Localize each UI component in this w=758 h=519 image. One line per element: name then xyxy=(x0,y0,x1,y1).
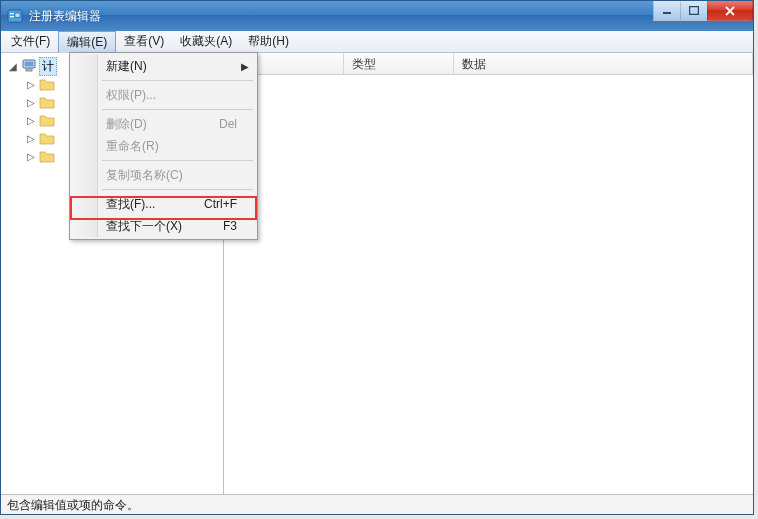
close-button[interactable] xyxy=(707,1,753,21)
menu-shortcut: F3 xyxy=(223,219,237,233)
menu-separator xyxy=(102,109,253,110)
menu-shortcut: Ctrl+F xyxy=(204,197,237,211)
collapse-icon[interactable]: ◢ xyxy=(7,61,19,72)
column-header-data[interactable]: 数据 xyxy=(454,53,753,74)
menu-item-rename[interactable]: 重命名(R) xyxy=(72,135,255,157)
menu-item-label: 权限(P)... xyxy=(106,87,156,104)
folder-icon xyxy=(39,148,55,164)
menu-item-new[interactable]: 新建(N) ▶ xyxy=(72,55,255,77)
expand-icon[interactable]: ▷ xyxy=(25,115,37,126)
window-title: 注册表编辑器 xyxy=(29,8,101,25)
svg-rect-5 xyxy=(690,7,699,15)
menu-favorites[interactable]: 收藏夹(A) xyxy=(172,31,240,52)
menu-item-label: 重命名(R) xyxy=(106,138,159,155)
menu-item-find[interactable]: 查找(F)... Ctrl+F xyxy=(72,193,255,215)
svg-rect-4 xyxy=(663,12,671,14)
svg-rect-8 xyxy=(26,69,32,71)
expand-icon[interactable]: ▷ xyxy=(25,151,37,162)
menu-item-label: 查找下一个(X) xyxy=(106,218,182,235)
regedit-icon xyxy=(7,8,23,24)
svg-rect-2 xyxy=(10,16,14,17)
menu-label: 收藏夹(A) xyxy=(180,33,232,50)
folder-icon xyxy=(39,76,55,92)
menu-item-copy-key-name[interactable]: 复制项名称(C) xyxy=(72,164,255,186)
expand-icon[interactable]: ▷ xyxy=(25,79,37,90)
statusbar: 包含编辑值或项的命令。 xyxy=(1,494,753,514)
folder-icon xyxy=(39,112,55,128)
list-pane[interactable]: 名称 类型 数据 xyxy=(224,53,753,494)
menu-edit[interactable]: 编辑(E) xyxy=(58,31,116,53)
submenu-arrow-icon: ▶ xyxy=(241,61,249,72)
menu-item-label: 删除(D) xyxy=(106,116,147,133)
menu-help[interactable]: 帮助(H) xyxy=(240,31,297,52)
folder-icon xyxy=(39,130,55,146)
menu-label: 编辑(E) xyxy=(67,34,107,51)
column-header-type[interactable]: 类型 xyxy=(344,53,454,74)
folder-icon xyxy=(39,94,55,110)
svg-rect-3 xyxy=(15,13,20,17)
minimize-button[interactable] xyxy=(653,1,681,21)
maximize-button[interactable] xyxy=(680,1,708,21)
status-text: 包含编辑值或项的命令。 xyxy=(7,498,139,512)
menu-view[interactable]: 查看(V) xyxy=(116,31,172,52)
menubar: 文件(F) 编辑(E) 查看(V) 收藏夹(A) 帮助(H) xyxy=(1,31,753,53)
computer-icon xyxy=(21,58,37,74)
menu-item-label: 新建(N) xyxy=(106,58,147,75)
menu-item-label: 复制项名称(C) xyxy=(106,167,183,184)
menu-item-label: 查找(F)... xyxy=(106,196,155,213)
svg-rect-1 xyxy=(10,13,14,14)
menu-label: 查看(V) xyxy=(124,33,164,50)
svg-rect-7 xyxy=(25,62,34,67)
list-body[interactable] xyxy=(224,75,753,494)
tree-root-label: 计 xyxy=(42,59,54,73)
menu-file[interactable]: 文件(F) xyxy=(3,31,58,52)
edit-menu-dropdown: 新建(N) ▶ 权限(P)... 删除(D) Del 重命名(R) 复制项名称(… xyxy=(69,52,258,240)
menu-item-permissions[interactable]: 权限(P)... xyxy=(72,84,255,106)
menu-item-delete[interactable]: 删除(D) Del xyxy=(72,113,255,135)
expand-icon[interactable]: ▷ xyxy=(25,97,37,108)
menu-label: 帮助(H) xyxy=(248,33,289,50)
menu-label: 文件(F) xyxy=(11,33,50,50)
expand-icon[interactable]: ▷ xyxy=(25,133,37,144)
window-controls xyxy=(654,1,753,21)
menu-shortcut: Del xyxy=(219,117,237,131)
menu-separator xyxy=(102,160,253,161)
menu-item-find-next[interactable]: 查找下一个(X) F3 xyxy=(72,215,255,237)
menu-separator xyxy=(102,80,253,81)
titlebar: 注册表编辑器 xyxy=(1,1,753,31)
menu-separator xyxy=(102,189,253,190)
list-header: 名称 类型 数据 xyxy=(224,53,753,75)
